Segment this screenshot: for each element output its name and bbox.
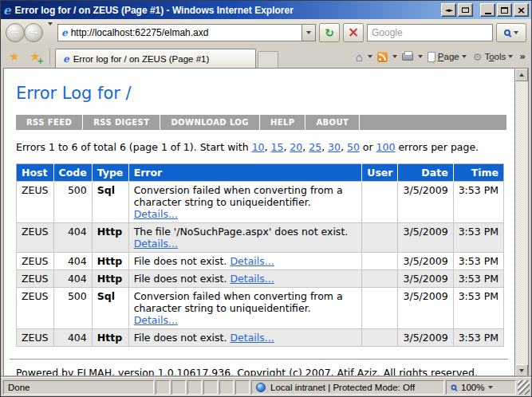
back-button[interactable]: ← bbox=[6, 23, 25, 42]
cell-code: 404 bbox=[53, 329, 92, 347]
column-header-user[interactable]: User bbox=[362, 164, 398, 182]
navbar-item[interactable]: RSS DIGEST bbox=[83, 115, 160, 130]
cell-user bbox=[362, 182, 398, 223]
refresh-button[interactable]: ↻ bbox=[319, 23, 340, 42]
search-box bbox=[367, 24, 493, 41]
navbar-item[interactable]: HELP bbox=[260, 115, 306, 130]
details-link[interactable]: Details... bbox=[230, 273, 274, 285]
tools-menu-button[interactable]: ⚙ Tools bbox=[471, 50, 515, 64]
column-header-error[interactable]: Error bbox=[128, 164, 362, 182]
globe-icon bbox=[256, 383, 266, 392]
search-input[interactable] bbox=[370, 26, 490, 39]
cell-host: ZEUS bbox=[17, 329, 54, 347]
rss-feed-icon bbox=[377, 52, 388, 62]
details-link[interactable]: Details... bbox=[134, 314, 178, 326]
chevron-down-icon[interactable] bbox=[392, 55, 397, 58]
details-link[interactable]: Details... bbox=[134, 238, 178, 250]
table-row: ZEUS404HttpFile does not exist. Details.… bbox=[17, 270, 504, 288]
cell-type: Http bbox=[92, 270, 128, 288]
cell-date: 3/5/2009 bbox=[398, 253, 453, 270]
chevron-down-icon[interactable] bbox=[368, 55, 372, 58]
history-dropdown-button[interactable] bbox=[48, 26, 53, 40]
page-size-link[interactable]: 10 bbox=[252, 141, 265, 153]
new-tab-stub[interactable] bbox=[258, 51, 278, 68]
cell-error: File does not exist. Details... bbox=[128, 329, 362, 347]
elmah-link[interactable]: ELMAH bbox=[77, 367, 112, 377]
navbar-item[interactable]: ABOUT bbox=[305, 115, 360, 130]
column-header-type[interactable]: Type bbox=[92, 164, 128, 182]
browser-viewport: Error Log for / RSS FEEDRSS DIGESTDOWNLO… bbox=[3, 68, 529, 377]
navbar-item[interactable]: DOWNLOAD LOG bbox=[160, 115, 260, 130]
page-size-link[interactable]: 15 bbox=[271, 141, 284, 153]
cell-user bbox=[362, 253, 398, 270]
popout-button[interactable] bbox=[458, 3, 473, 17]
details-link[interactable]: Details... bbox=[230, 255, 274, 267]
status-segment bbox=[219, 380, 234, 395]
address-dropdown-button[interactable] bbox=[301, 25, 315, 41]
cell-type: Http bbox=[92, 223, 128, 253]
cell-date: 3/5/2009 bbox=[398, 182, 453, 223]
table-row: ZEUS404HttpThe file '/NoSuchPage.aspx' d… bbox=[17, 223, 504, 253]
page-size-link[interactable]: 30 bbox=[328, 141, 341, 153]
status-segment bbox=[187, 380, 202, 395]
navbar-item[interactable]: RSS FEED bbox=[16, 115, 83, 130]
cell-error: The file '/NoSuchPage.aspx' does not exi… bbox=[128, 223, 362, 253]
title-bar: e Error log for / on ZEUS (Page #1) - Wi… bbox=[1, 1, 531, 19]
cell-error: Conversion failed when converting from a… bbox=[128, 288, 362, 329]
cell-time: 3:53 PM bbox=[453, 253, 503, 270]
cell-type: Http bbox=[92, 253, 128, 270]
cell-error: File does not exist. Details... bbox=[128, 270, 362, 288]
gear-icon: ⚙ bbox=[473, 52, 483, 62]
cell-host: ZEUS bbox=[17, 223, 54, 253]
zoom-control[interactable]: 100% bbox=[446, 380, 516, 395]
cell-date: 3/5/2009 bbox=[398, 329, 453, 347]
security-zone-panel: Local intranet | Protected Mode: Off bbox=[251, 380, 444, 395]
status-segment bbox=[171, 380, 186, 395]
vertical-scrollbar[interactable] bbox=[514, 69, 528, 377]
home-icon: ⌂ bbox=[356, 51, 363, 63]
column-header-time[interactable]: Time bbox=[453, 164, 503, 182]
ie-page-icon: e bbox=[63, 53, 69, 65]
ie-page-icon: e bbox=[61, 27, 68, 38]
page-size-link[interactable]: 50 bbox=[347, 141, 360, 153]
chevron-down-icon bbox=[488, 386, 493, 389]
resize-toggle-button[interactable]: ◄► bbox=[441, 3, 456, 17]
table-row: ZEUS500SqlConversion failed when convert… bbox=[17, 182, 504, 223]
window-controls: ◄► × bbox=[441, 3, 529, 17]
paging-text: Errors 1 to 6 of total 6 (page 1 of 1). … bbox=[16, 141, 514, 153]
scroll-up-button[interactable] bbox=[515, 69, 528, 81]
zoom-level: 100% bbox=[461, 383, 484, 392]
cell-time: 3:53 PM bbox=[453, 329, 503, 347]
scroll-down-button[interactable] bbox=[515, 364, 528, 377]
page-menu-button[interactable]: Page bbox=[426, 50, 468, 64]
table-header-row: HostCodeTypeErrorUserDateTime bbox=[17, 164, 504, 182]
details-link[interactable]: Details... bbox=[134, 208, 178, 220]
address-toolbar: ← → e ↻ × bbox=[1, 19, 531, 45]
url-input[interactable] bbox=[71, 27, 298, 38]
forward-button[interactable]: → bbox=[24, 23, 43, 42]
add-favorite-button[interactable]: ★ bbox=[26, 47, 45, 66]
print-button[interactable] bbox=[400, 52, 415, 62]
stop-button[interactable]: × bbox=[343, 23, 364, 42]
tab-error-log[interactable]: e Error log for / on ZEUS (Page #1) bbox=[55, 49, 256, 68]
page-size-link[interactable]: 20 bbox=[290, 141, 302, 153]
chevron-down-icon[interactable] bbox=[418, 55, 423, 58]
toolbar-overflow-button[interactable]: » bbox=[518, 51, 527, 62]
page-size-link[interactable]: 100 bbox=[376, 141, 396, 153]
close-button[interactable]: × bbox=[514, 3, 529, 17]
resize-grip[interactable] bbox=[518, 380, 530, 395]
favorites-button[interactable]: ★ bbox=[5, 47, 24, 66]
column-header-host[interactable]: Host bbox=[17, 164, 54, 182]
feeds-button[interactable] bbox=[376, 50, 389, 64]
column-header-date[interactable]: Date bbox=[398, 164, 453, 182]
chevron-down-icon bbox=[48, 22, 53, 39]
chevron-down-icon bbox=[514, 31, 518, 34]
search-button[interactable] bbox=[496, 23, 526, 42]
cell-error: File does not exist. Details... bbox=[128, 253, 362, 270]
minimize-button[interactable] bbox=[480, 3, 495, 17]
details-link[interactable]: Details... bbox=[230, 332, 274, 344]
column-header-code[interactable]: Code bbox=[53, 164, 92, 182]
maximize-button[interactable] bbox=[497, 3, 512, 17]
page-size-link[interactable]: 25 bbox=[309, 141, 321, 153]
home-button[interactable]: ⌂ bbox=[354, 49, 365, 65]
